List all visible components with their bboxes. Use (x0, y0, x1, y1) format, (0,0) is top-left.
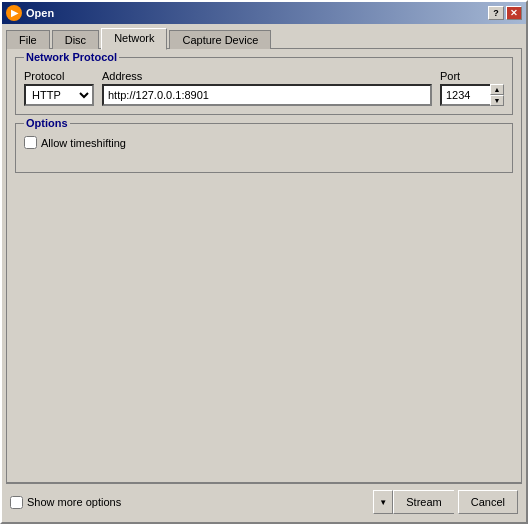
port-field: Port ▲ ▼ (440, 70, 504, 106)
protocol-select[interactable]: HTTP (24, 84, 94, 106)
tab-bar: File Disc Network Capture Device (6, 28, 522, 49)
address-input[interactable] (102, 84, 432, 106)
title-bar-buttons: ? ✕ (488, 6, 522, 20)
bottom-bar: Show more options ▼ Stream Cancel (6, 483, 522, 518)
port-down-button[interactable]: ▼ (490, 95, 504, 106)
help-button[interactable]: ? (488, 6, 504, 20)
address-label: Address (102, 70, 432, 82)
options-label: Options (24, 117, 70, 129)
tab-file[interactable]: File (6, 30, 50, 49)
tab-network[interactable]: Network (101, 28, 167, 50)
options-group: Options Allow timeshifting (15, 123, 513, 173)
app-icon: ▶ (6, 5, 22, 21)
port-up-button[interactable]: ▲ (490, 84, 504, 95)
network-protocol-label: Network Protocol (24, 51, 119, 63)
dialog-content: File Disc Network Capture Device Network… (2, 24, 526, 522)
window-title: Open (26, 7, 54, 19)
tab-disc[interactable]: Disc (52, 30, 99, 49)
network-protocol-group: Network Protocol Protocol HTTP Address P… (15, 57, 513, 115)
show-more-checkbox[interactable] (10, 496, 23, 509)
allow-timeshifting-checkbox[interactable] (24, 136, 37, 149)
open-dialog: ▶ Open ? ✕ File Disc Network Capture Dev… (0, 0, 528, 524)
protocol-field: Protocol HTTP (24, 70, 94, 106)
stream-button[interactable]: Stream (393, 490, 453, 514)
address-field: Address (102, 70, 432, 106)
bottom-buttons: ▼ Stream Cancel (373, 490, 518, 514)
tab-capture[interactable]: Capture Device (169, 30, 271, 49)
title-bar: ▶ Open ? ✕ (2, 2, 526, 24)
show-more-label: Show more options (27, 496, 121, 508)
stream-group: ▼ Stream (373, 490, 453, 514)
port-spinner: ▲ ▼ (440, 84, 504, 106)
timeshifting-row: Allow timeshifting (24, 136, 504, 149)
protocol-label: Protocol (24, 70, 94, 82)
cancel-button[interactable]: Cancel (458, 490, 518, 514)
allow-timeshifting-label: Allow timeshifting (41, 137, 126, 149)
stream-dropdown-button[interactable]: ▼ (373, 490, 393, 514)
port-input[interactable] (440, 84, 490, 106)
close-button[interactable]: ✕ (506, 6, 522, 20)
main-panel: Network Protocol Protocol HTTP Address P… (6, 48, 522, 483)
port-label: Port (440, 70, 504, 82)
protocol-row: Protocol HTTP Address Port (24, 70, 504, 106)
spinner-buttons: ▲ ▼ (490, 84, 504, 106)
show-more-options: Show more options (10, 496, 121, 509)
